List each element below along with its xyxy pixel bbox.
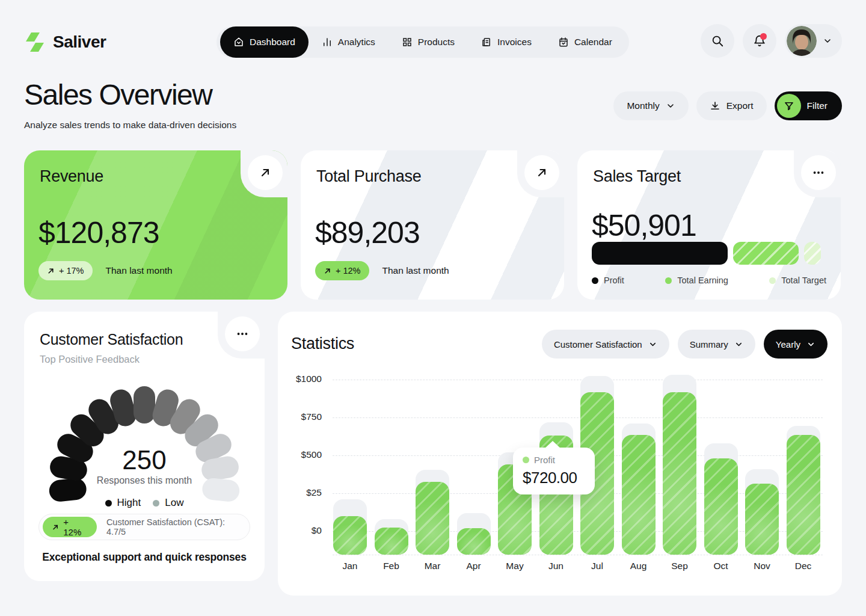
topbar-actions [701, 24, 842, 58]
analytics-icon [322, 37, 333, 48]
legend-label: Hight [117, 497, 141, 509]
trend-caption: Than last month [382, 265, 449, 276]
gridline [333, 380, 823, 380]
notifications-button[interactable] [743, 24, 776, 58]
progress-segment-total-earning [733, 242, 799, 265]
x-axis-tick-label: Oct [700, 561, 742, 571]
bar-feb[interactable] [375, 528, 408, 555]
nav-item-dashboard[interactable]: Dashboard [220, 26, 309, 58]
nav-item-invoices[interactable]: Invoices [468, 26, 545, 58]
csat-score-text: Customer Satisfaction (CSAT): 4.7/5 [106, 517, 240, 537]
sales-target-card: Sales Target $50,901 ProfitTotal Earning… [577, 150, 841, 300]
legend-item-profit: Profit [592, 276, 624, 285]
filter-button[interactable]: Filter [775, 91, 842, 120]
progress-segment-profit [592, 242, 728, 265]
profit-dot-icon [523, 457, 529, 463]
nav-item-label: Dashboard [250, 37, 295, 48]
card-value: $120,873 [38, 215, 159, 250]
brand-name: Saliver [53, 32, 106, 52]
filter-icon [777, 94, 801, 118]
brand: Saliver [24, 31, 106, 53]
nav-item-products[interactable]: Products [388, 26, 468, 58]
bar-aug[interactable] [622, 435, 656, 555]
chevron-down-icon [823, 36, 832, 46]
period-dropdown[interactable]: Monthly [613, 91, 688, 120]
x-axis-tick-label: Sep [659, 561, 701, 571]
card-title: Revenue [40, 167, 103, 186]
x-axis-tick-label: Aug [618, 561, 660, 571]
y-axis-tick-label: $0 [278, 525, 322, 536]
legend-dot-icon [592, 277, 598, 284]
invoices-icon [481, 37, 492, 48]
card-value: $50,901 [592, 208, 696, 243]
chevron-down-icon [666, 101, 675, 111]
stat-cards-row: Revenue $120,873 + 17% Than last month T… [24, 150, 841, 300]
saliver-logo-icon [24, 31, 46, 53]
page-header: Sales Overview Analyze sales trends to m… [24, 78, 236, 131]
user-menu[interactable] [785, 24, 842, 58]
legend-dot-icon [769, 277, 776, 284]
download-icon [710, 100, 720, 111]
bar-apr[interactable] [457, 528, 491, 555]
tooltip-series-label: Profit [534, 455, 555, 465]
bar-mar[interactable] [416, 482, 449, 555]
page-subtitle: Analyze sales trends to make data-driven… [24, 120, 236, 131]
tooltip-series: Profit [523, 455, 585, 465]
sales-target-legend: ProfitTotal EarningTotal Target [592, 276, 826, 285]
products-grid-icon [402, 37, 413, 48]
legend-dot-icon [153, 500, 159, 507]
csat-trend-badge: + 12% [43, 517, 97, 537]
bar-oct[interactable] [704, 458, 738, 555]
card-title: Total Purchase [316, 167, 421, 186]
page-title: Sales Overview [24, 78, 236, 111]
main-nav: DashboardAnalyticsProductsInvoicesCalend… [216, 26, 629, 58]
arrow-up-right-icon [259, 167, 271, 179]
gauge-segment [134, 386, 155, 424]
gauge-caption: Responses this month [24, 475, 265, 486]
x-axis-tick-label: Mar [411, 561, 453, 571]
legend-label: Total Target [781, 276, 826, 285]
csat-footnote: Exceptional support and quick responses [24, 551, 265, 564]
gauge-legend: HightLow [24, 497, 265, 509]
legend-label: Low [165, 497, 183, 509]
statistics-card: Statistics Customer SatisfactionSummaryY… [278, 312, 842, 596]
nav-item-label: Invoices [497, 37, 532, 48]
export-button[interactable]: Export [696, 91, 767, 120]
chart-tooltip: Profit $720.00 [513, 448, 595, 494]
search-button[interactable] [701, 24, 734, 58]
y-axis-tick-label: $750 [278, 411, 322, 422]
notification-dot [760, 33, 767, 40]
nav-item-calendar[interactable]: Calendar [545, 26, 625, 58]
x-axis-tick-label: Jul [576, 561, 618, 571]
card-value: $89,203 [315, 215, 420, 250]
x-axis-tick-label: Jan [329, 561, 371, 571]
expand-button[interactable] [524, 155, 559, 190]
nav-item-analytics[interactable]: Analytics [309, 26, 388, 58]
bar-sep[interactable] [663, 392, 696, 555]
filter-button-label: Filter [807, 100, 828, 111]
more-options-button[interactable] [225, 316, 260, 351]
trend-badge: + 12% [315, 261, 369, 280]
search-icon [711, 34, 724, 48]
home-icon [233, 37, 244, 48]
customer-satisfaction-card: Customer Satisfaction Top Positive Feedb… [24, 312, 265, 581]
total-purchase-card: Total Purchase $89,203 + 12% Than last m… [301, 150, 564, 300]
expand-button[interactable] [248, 155, 283, 190]
card-title: Sales Target [593, 167, 681, 186]
sales-target-progress [592, 242, 826, 265]
legend-item-total-target: Total Target [769, 276, 826, 285]
more-options-button[interactable] [801, 155, 836, 190]
bar-jan[interactable] [333, 516, 367, 555]
nav-item-label: Calendar [574, 37, 612, 48]
bar-nov[interactable] [745, 484, 779, 555]
x-axis-tick-label: Feb [370, 561, 413, 571]
export-button-label: Export [726, 100, 754, 111]
y-axis-tick-label: $25 [278, 487, 322, 498]
trend-badge: + 17% [38, 261, 93, 280]
topbar: Saliver DashboardAnalyticsProductsInvoic… [24, 24, 842, 60]
legend-dot-icon [665, 277, 672, 284]
csat-badge-label: + 12% [63, 517, 88, 537]
bar-dec[interactable] [787, 435, 820, 555]
revenue-card: Revenue $120,873 + 17% Than last month [24, 150, 287, 300]
header-controls: Monthly Export Filter [613, 91, 842, 120]
